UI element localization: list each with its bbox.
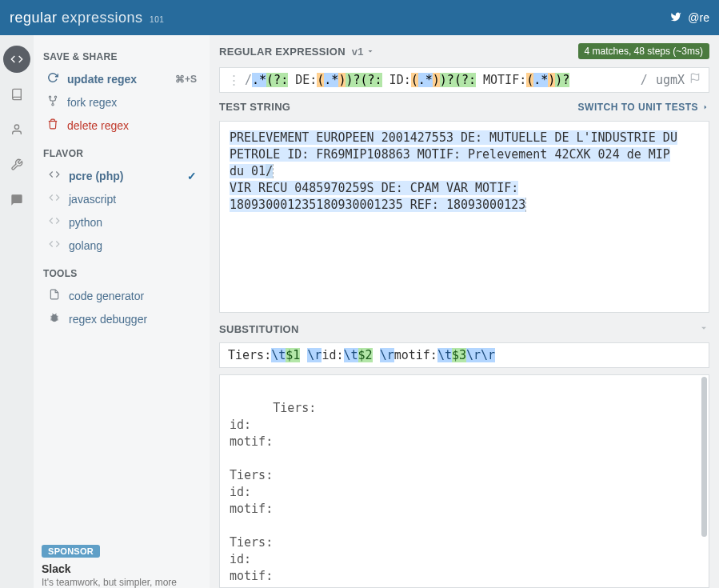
test-header-row: TEST STRING SWITCH TO UNIT TESTS [210, 93, 719, 121]
refresh-icon [46, 72, 59, 86]
nav-library-icon[interactable] [3, 81, 30, 108]
flavor-javascript[interactable]: javascript [42, 187, 202, 210]
flavor-label: pcre (php) [69, 170, 179, 182]
code-icon [48, 192, 61, 206]
regex-delim-close: / [641, 73, 648, 87]
chevron-down-icon [365, 46, 375, 56]
flavor-label: javascript [69, 193, 197, 206]
version-select[interactable]: v1 [352, 46, 375, 58]
twitter-icon[interactable] [670, 11, 681, 25]
fork-icon [46, 95, 59, 109]
main-panel: REGULAR EXPRESSION v1 4 matches, 48 step… [210, 35, 719, 588]
scrollbar-thumb[interactable] [701, 377, 707, 537]
flavor-label: golang [69, 239, 197, 252]
code-generator-label: code generator [69, 290, 197, 302]
delete-regex-label: delete regex [67, 119, 197, 132]
code-icon [48, 169, 61, 182]
flag-icon[interactable] [689, 73, 701, 87]
check-icon: ✓ [187, 170, 197, 182]
update-regex-item[interactable]: update regex ⌘+S [42, 67, 202, 90]
code-icon [48, 215, 61, 229]
save-share-header: SAVE & SHARE [43, 51, 202, 62]
test-string-input[interactable]: PRELEVEMENT EUROPEEN 2001427553 DE: MUTU… [219, 121, 709, 313]
file-code-icon [48, 289, 61, 302]
match-info-badge: 4 matches, 48 steps (~3ms) [578, 43, 709, 59]
fork-regex-item[interactable]: fork regex [42, 90, 202, 114]
nav-settings-icon[interactable] [3, 151, 30, 178]
topbar: regular expressions 101 @re [0, 0, 719, 35]
svg-point-1 [49, 96, 50, 98]
nav-account-icon[interactable] [3, 116, 30, 143]
iconbar [0, 35, 34, 588]
trash-icon [46, 118, 59, 132]
scrollbar[interactable] [701, 375, 709, 587]
regex-header-label: REGULAR EXPRESSION [219, 46, 346, 58]
test-header-label: TEST STRING [219, 101, 290, 113]
flavor-python[interactable]: python [42, 210, 202, 234]
tools-header: TOOLS [43, 268, 202, 279]
regex-flags[interactable]: ugmX [656, 73, 685, 87]
twitter-handle[interactable]: @re [688, 11, 709, 24]
result-text: Tiers: id: motif: Tiers: id: motif: Tier… [230, 401, 346, 583]
regex-debugger-label: regex debugger [69, 313, 197, 326]
code-icon [48, 238, 61, 252]
flavor-label: python [69, 216, 197, 229]
regex-debugger-item[interactable]: regex debugger [42, 307, 202, 330]
regex-content: .*(?: DE:(.*))?(?: ID:(.*))?(?: MOTIF:(.… [252, 73, 641, 87]
sponsor-box[interactable]: SPONSOR Slack It's teamwork, but simpler… [42, 544, 202, 588]
substitution-header-row: SUBSTITUTION [210, 313, 719, 342]
logo-text-bold: regular [10, 10, 58, 26]
substitution-header-label: SUBSTITUTION [219, 323, 299, 335]
flavor-golang[interactable]: golang [42, 234, 202, 257]
regex-header-row: REGULAR EXPRESSION v1 4 matches, 48 step… [210, 35, 719, 67]
topbar-right: @re [670, 11, 709, 25]
logo-sub: 101 [150, 15, 164, 24]
unit-tests-link[interactable]: SWITCH TO UNIT TESTS [578, 102, 709, 113]
svg-point-0 [14, 125, 18, 129]
substitution-result[interactable]: Tiers: id: motif: Tiers: id: motif: Tier… [219, 374, 709, 588]
unit-tests-label: SWITCH TO UNIT TESTS [578, 102, 698, 113]
bug-icon [48, 312, 61, 326]
update-shortcut: ⌘+S [175, 74, 197, 85]
drag-handle-icon[interactable]: ⋮ [228, 73, 240, 87]
flavor-header: FLAVOR [43, 148, 202, 159]
app-logo[interactable]: regular expressions 101 [10, 10, 164, 26]
chevron-right-icon [701, 103, 709, 111]
sponsor-desc: It's teamwork, but simpler, more [42, 577, 202, 588]
delete-regex-item[interactable]: delete regex [42, 114, 202, 137]
regex-input[interactable]: ⋮ / .*(?: DE:(.*))?(?: ID:(.*))?(?: MOTI… [219, 67, 709, 93]
sponsor-badge: SPONSOR [42, 545, 100, 558]
fork-regex-label: fork regex [67, 96, 197, 109]
sidebar: SAVE & SHARE update regex ⌘+S fork regex… [34, 35, 210, 588]
svg-point-3 [52, 104, 54, 106]
flavor-pcre[interactable]: pcre (php) ✓ [42, 164, 202, 187]
svg-point-2 [54, 96, 56, 98]
code-generator-item[interactable]: code generator [42, 284, 202, 307]
regex-delim-open: / [245, 73, 252, 87]
nav-regex-icon[interactable] [3, 46, 30, 73]
sponsor-title: Slack [42, 562, 202, 575]
layout: SAVE & SHARE update regex ⌘+S fork regex… [0, 35, 719, 588]
logo-text-light: expressions [62, 10, 143, 26]
regex-header: REGULAR EXPRESSION v1 [219, 46, 375, 58]
version-label: v1 [352, 46, 364, 58]
collapse-icon[interactable] [698, 322, 709, 336]
nav-chat-icon[interactable] [3, 186, 30, 214]
substitution-input[interactable]: Tiers:\t$1 \rid:\t$2 \rmotif:\t$3\r\r [219, 342, 709, 368]
update-regex-label: update regex [67, 73, 167, 86]
